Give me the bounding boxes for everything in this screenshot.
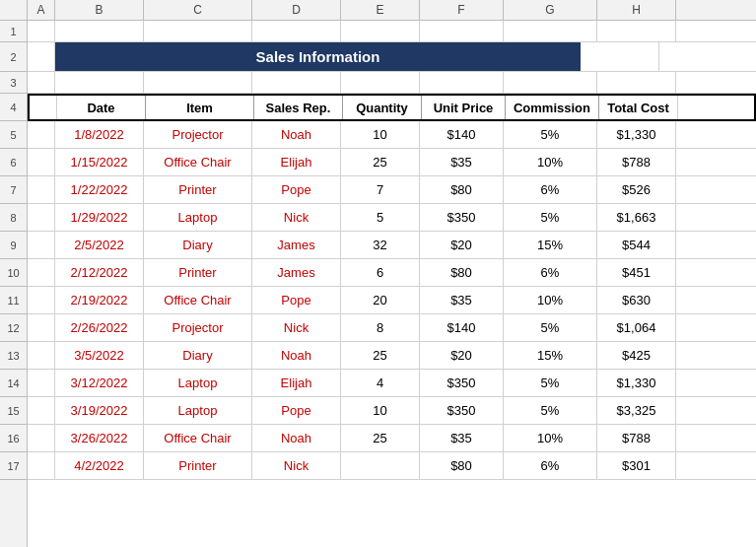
cell-5-item[interactable]: Projector <box>144 121 252 148</box>
cell-1-f[interactable] <box>420 21 504 41</box>
cell-12-commission[interactable]: 5% <box>504 314 597 341</box>
cell-17-rep[interactable]: Nick <box>252 452 341 479</box>
cell-16-price[interactable]: $35 <box>420 425 504 451</box>
cell-13-total[interactable]: $425 <box>597 342 676 369</box>
cell-11-item[interactable]: Office Chair <box>144 287 252 313</box>
cell-7-qty[interactable]: 7 <box>341 176 420 203</box>
cell-3-f[interactable] <box>420 72 504 93</box>
cell-15-a[interactable] <box>28 397 55 424</box>
cell-16-qty[interactable]: 25 <box>341 425 420 451</box>
cell-12-qty[interactable]: 8 <box>341 314 420 341</box>
cell-10-qty[interactable]: 6 <box>341 259 420 286</box>
cell-3-g[interactable] <box>504 72 597 93</box>
cell-3-e[interactable] <box>341 72 420 93</box>
cell-17-total[interactable]: $301 <box>597 452 676 479</box>
cell-15-total[interactable]: $3,325 <box>597 397 676 424</box>
cell-17-item[interactable]: Printer <box>144 452 252 479</box>
cell-17-commission[interactable]: 6% <box>504 452 597 479</box>
cell-4-a[interactable] <box>30 96 57 119</box>
cell-5-qty[interactable]: 10 <box>341 121 420 148</box>
cell-7-price[interactable]: $80 <box>420 176 504 203</box>
cell-13-rep[interactable]: Noah <box>252 342 341 369</box>
cell-3-h[interactable] <box>597 72 676 93</box>
cell-1-a[interactable] <box>28 21 55 41</box>
cell-12-item[interactable]: Projector <box>144 314 252 341</box>
cell-10-rep[interactable]: James <box>252 259 341 286</box>
cell-11-commission[interactable]: 10% <box>504 287 597 313</box>
cell-3-b[interactable] <box>55 72 144 93</box>
cell-10-price[interactable]: $80 <box>420 259 504 286</box>
cell-13-qty[interactable]: 25 <box>341 342 420 369</box>
cell-6-total[interactable]: $788 <box>597 149 676 175</box>
cell-3-d[interactable] <box>252 72 341 93</box>
cell-12-date[interactable]: 2/26/2022 <box>55 314 144 341</box>
cell-2-h[interactable] <box>581 42 659 71</box>
cell-11-date[interactable]: 2/19/2022 <box>55 287 144 313</box>
cell-8-total[interactable]: $1,663 <box>597 204 676 231</box>
cell-16-a[interactable] <box>28 425 55 451</box>
cell-9-total[interactable]: $544 <box>597 232 676 258</box>
cell-13-date[interactable]: 3/5/2022 <box>55 342 144 369</box>
cell-12-price[interactable]: $140 <box>420 314 504 341</box>
cell-11-total[interactable]: $630 <box>597 287 676 313</box>
cell-13-item[interactable]: Diary <box>144 342 252 369</box>
cell-7-commission[interactable]: 6% <box>504 176 597 203</box>
cell-10-item[interactable]: Printer <box>144 259 252 286</box>
cell-10-commission[interactable]: 6% <box>504 259 597 286</box>
cell-9-commission[interactable]: 15% <box>504 232 597 258</box>
cell-5-date[interactable]: 1/8/2022 <box>55 121 144 148</box>
cell-17-a[interactable] <box>28 452 55 479</box>
cell-14-total[interactable]: $1,330 <box>597 370 676 396</box>
cell-5-rep[interactable]: Noah <box>252 121 341 148</box>
cell-9-date[interactable]: 2/5/2022 <box>55 232 144 258</box>
cell-7-total[interactable]: $526 <box>597 176 676 203</box>
cell-6-item[interactable]: Office Chair <box>144 149 252 175</box>
cell-6-rep[interactable]: Elijah <box>252 149 341 175</box>
cell-14-date[interactable]: 3/12/2022 <box>55 370 144 396</box>
cell-5-a[interactable] <box>28 121 55 148</box>
cell-10-a[interactable] <box>28 259 55 286</box>
cell-8-rep[interactable]: Nick <box>252 204 341 231</box>
cell-1-h[interactable] <box>597 21 676 41</box>
cell-13-a[interactable] <box>28 342 55 369</box>
cell-14-qty[interactable]: 4 <box>341 370 420 396</box>
cell-17-qty[interactable] <box>341 452 420 479</box>
cell-9-qty[interactable]: 32 <box>341 232 420 258</box>
cell-16-date[interactable]: 3/26/2022 <box>55 425 144 451</box>
cell-7-rep[interactable]: Pope <box>252 176 341 203</box>
cell-15-price[interactable]: $350 <box>420 397 504 424</box>
cell-16-total[interactable]: $788 <box>597 425 676 451</box>
cell-14-price[interactable]: $350 <box>420 370 504 396</box>
cell-8-date[interactable]: 1/29/2022 <box>55 204 144 231</box>
cell-9-price[interactable]: $20 <box>420 232 504 258</box>
cell-13-commission[interactable]: 15% <box>504 342 597 369</box>
cell-8-a[interactable] <box>28 204 55 231</box>
cell-2-a[interactable] <box>28 42 55 71</box>
cell-5-total[interactable]: $1,330 <box>597 121 676 148</box>
cell-10-date[interactable]: 2/12/2022 <box>55 259 144 286</box>
cell-7-date[interactable]: 1/22/2022 <box>55 176 144 203</box>
cell-15-item[interactable]: Laptop <box>144 397 252 424</box>
cell-16-rep[interactable]: Noah <box>252 425 341 451</box>
cell-14-item[interactable]: Laptop <box>144 370 252 396</box>
cell-14-commission[interactable]: 5% <box>504 370 597 396</box>
cell-8-commission[interactable]: 5% <box>504 204 597 231</box>
cell-15-rep[interactable]: Pope <box>252 397 341 424</box>
cell-1-d[interactable] <box>252 21 341 41</box>
cell-11-a[interactable] <box>28 287 55 313</box>
cell-5-price[interactable]: $140 <box>420 121 504 148</box>
cell-6-commission[interactable]: 10% <box>504 149 597 175</box>
cell-10-total[interactable]: $451 <box>597 259 676 286</box>
cell-12-a[interactable] <box>28 314 55 341</box>
cell-17-date[interactable]: 4/2/2022 <box>55 452 144 479</box>
cell-6-a[interactable] <box>28 149 55 175</box>
cell-16-item[interactable]: Office Chair <box>144 425 252 451</box>
cell-1-b[interactable] <box>55 21 144 41</box>
cell-7-a[interactable] <box>28 176 55 203</box>
cell-9-rep[interactable]: James <box>252 232 341 258</box>
cell-6-qty[interactable]: 25 <box>341 149 420 175</box>
cell-12-rep[interactable]: Nick <box>252 314 341 341</box>
cell-15-commission[interactable]: 5% <box>504 397 597 424</box>
cell-9-item[interactable]: Diary <box>144 232 252 258</box>
cell-8-price[interactable]: $350 <box>420 204 504 231</box>
